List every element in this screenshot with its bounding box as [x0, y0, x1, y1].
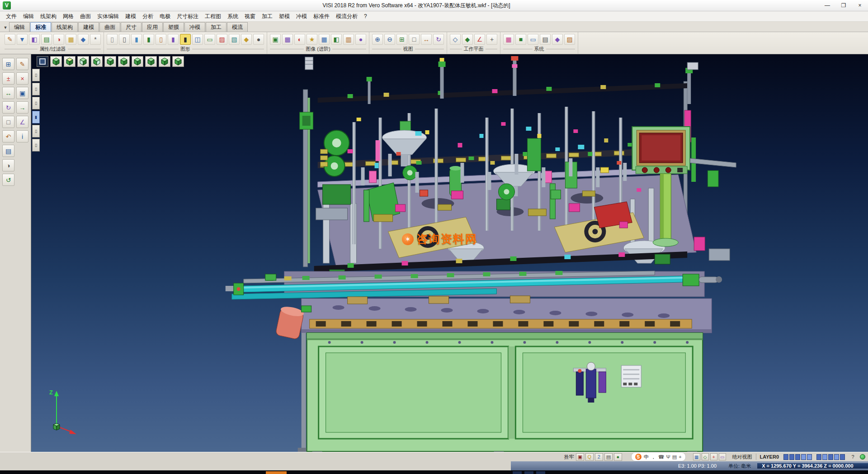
menu-item[interactable]: 网格 [60, 11, 77, 22]
edit-entity-icon[interactable]: ✎ [16, 58, 28, 70]
tab[interactable]: 曲面 [99, 22, 120, 32]
zoom-out-icon[interactable]: ⊖ [384, 34, 395, 45]
minimize-button[interactable]: — [819, 0, 835, 11]
step-icon[interactable]: 2 [595, 453, 603, 461]
dock-panel-1-icon[interactable]: ▯ [32, 69, 40, 81]
close-button[interactable]: × [852, 0, 868, 11]
settings-icon[interactable]: * [90, 34, 101, 45]
shade-attribute-icon[interactable]: ◑ [53, 34, 64, 45]
workplane-standard-icon[interactable]: ◇ [450, 34, 461, 45]
tab[interactable]: 编辑 [9, 22, 30, 32]
view-mode-label[interactable]: 绝对视图 [732, 454, 752, 460]
menu-item[interactable]: 实体编辑 [94, 11, 122, 22]
menu-item[interactable]: 文件 [3, 11, 20, 22]
phone-icon[interactable]: ☎ [658, 454, 665, 460]
lock-label[interactable]: 拴牢 [564, 454, 574, 460]
zoom-window-icon[interactable]: ⊞ [2, 58, 14, 70]
zoom-extents-icon[interactable]: □ [2, 116, 14, 128]
shaded-edges-icon[interactable]: ▮ [180, 34, 191, 45]
hatch-icon[interactable]: ▨ [217, 34, 227, 45]
help-icon[interactable]: ? [849, 454, 856, 460]
menu-item[interactable]: 塑模 [276, 11, 293, 22]
tab[interactable]: 应用 [142, 22, 163, 32]
menu-item[interactable]: 建模 [122, 11, 139, 22]
view-manager-icon[interactable]: ▤ [2, 145, 14, 157]
shade-toggle-icon[interactable]: ◑ [2, 159, 14, 171]
render-icon[interactable]: ● [253, 34, 264, 45]
menu-item[interactable]: ? [361, 12, 370, 21]
color-table-icon[interactable]: ▦ [66, 34, 76, 45]
workplane-face-icon[interactable]: ◆ [462, 34, 473, 45]
view-cube-front-icon[interactable] [77, 56, 89, 67]
menu-item[interactable]: 视窗 [241, 11, 259, 22]
snap-grid-icon[interactable]: ▦ [693, 453, 700, 460]
menu-item[interactable]: 工程图 [202, 11, 224, 22]
section-view-icon[interactable]: ▭ [204, 34, 215, 45]
snap-plane-icon[interactable]: ▭ [719, 453, 726, 460]
measure-icon[interactable]: ∠ [16, 116, 28, 128]
style-icon[interactable]: ◆ [78, 34, 89, 45]
tab[interactable]: 加工 [206, 22, 226, 32]
taskbar-tray-item[interactable] [524, 471, 533, 474]
orbit-icon[interactable]: ↻ [433, 34, 444, 45]
hidden-line-icon[interactable]: ▯ [119, 34, 130, 45]
workplane-angle-icon[interactable]: ∠ [474, 34, 485, 45]
background-icon[interactable]: ▦ [319, 34, 330, 45]
view-cube-iso3-icon[interactable] [159, 56, 170, 67]
tab[interactable]: 塑膜 [163, 22, 184, 32]
view-cube-iso-icon[interactable] [50, 56, 62, 67]
entity-info-icon[interactable]: i [16, 130, 28, 142]
menu-item[interactable]: 尺寸标注 [174, 11, 202, 22]
tab-dropdown-icon[interactable]: ▼ [2, 25, 9, 32]
reflection-icon[interactable]: ◧ [331, 34, 342, 45]
render-advanced-icon[interactable]: ● [355, 34, 366, 45]
maximize-button[interactable]: ❐ [835, 0, 852, 11]
antialias-icon[interactable]: ▩ [282, 34, 293, 45]
regen-icon[interactable]: ↺ [2, 174, 14, 186]
flat-shaded-icon[interactable]: ▮ [143, 34, 154, 45]
ime-keyboard-icon[interactable]: ▤ [672, 454, 677, 460]
units-label[interactable]: 单位: 毫米 [728, 463, 751, 469]
highlight-icon[interactable]: ★ [307, 34, 317, 45]
delete-icon[interactable]: × [16, 72, 28, 85]
database-icon[interactable]: ▤ [540, 34, 551, 45]
rotate-view-icon[interactable]: ↻ [2, 101, 14, 114]
copy-icon[interactable]: ▣ [16, 87, 28, 99]
tab[interactable]: 线架构 [52, 22, 78, 32]
ime-punct-toggle[interactable]: ， [651, 454, 656, 460]
image-quality-icon[interactable]: ▣ [270, 34, 281, 45]
viewport-3d[interactable]: ▯▯▯▮▯▯ [31, 54, 868, 452]
wireframe-icon[interactable]: ▯ [107, 34, 118, 45]
snap-point-icon[interactable]: ◇ [702, 453, 709, 460]
ime-toolbox-icon[interactable]: + [679, 454, 681, 460]
config-icon[interactable]: ▨ [564, 34, 575, 45]
view-reset-icon[interactable] [37, 56, 48, 67]
menu-item[interactable]: 编辑 [20, 11, 37, 22]
tab[interactable]: 尺寸 [121, 22, 142, 32]
match-properties-icon[interactable]: ◧ [29, 34, 40, 45]
tab[interactable]: 建模 [78, 22, 99, 32]
keyboard-shortcut-icon[interactable]: ▤ [604, 453, 613, 461]
zoom-in-icon[interactable]: ⊕ [372, 34, 383, 45]
view-cube-back-icon[interactable] [118, 56, 130, 67]
dock-panel-5-icon[interactable]: ▯ [32, 125, 40, 137]
menu-item[interactable]: 系统 [224, 11, 241, 22]
active-layer-label[interactable]: LAYER0 [760, 454, 779, 460]
gouraud-shaded-icon[interactable]: ▮ [131, 34, 142, 45]
view-cube-right-icon[interactable] [91, 56, 103, 67]
menu-item[interactable]: 冲模 [293, 11, 310, 22]
menu-item[interactable]: 模流分析 [333, 11, 361, 22]
view-cube-iso2-icon[interactable] [145, 56, 157, 67]
transparency-icon[interactable]: ▧ [229, 34, 240, 45]
menu-item[interactable]: 线架构 [37, 11, 60, 22]
zoom-extents-icon[interactable]: □ [409, 34, 420, 45]
zoom-window-icon[interactable]: ⊞ [396, 34, 407, 45]
taskbar-app-button[interactable] [266, 471, 287, 474]
zoom-dynamic-icon[interactable]: ± [2, 72, 14, 85]
menu-item[interactable]: 加工 [259, 11, 276, 22]
pan-icon[interactable]: ↔ [421, 34, 432, 45]
chat-icon[interactable]: ● [614, 453, 622, 461]
move-icon[interactable]: → [16, 101, 28, 114]
dock-panel-4-icon[interactable]: ▮ [32, 111, 40, 123]
texture-map-icon[interactable]: ▥ [343, 34, 354, 45]
